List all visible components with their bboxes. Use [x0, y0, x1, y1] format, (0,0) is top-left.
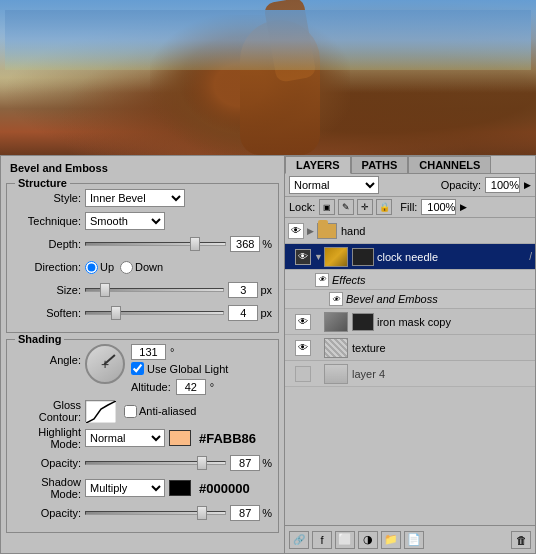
altitude-label: Altitude: — [131, 381, 171, 393]
soften-slider-track[interactable] — [85, 311, 224, 315]
layer-name-bevel-emboss: Bevel and Emboss — [346, 293, 532, 305]
size-input[interactable] — [228, 282, 258, 298]
fill-arrow[interactable]: ▶ — [460, 202, 467, 212]
blend-mode-select[interactable]: Normal Multiply Screen — [289, 176, 379, 194]
altitude-input[interactable] — [176, 379, 206, 395]
eye-effects[interactable]: 👁 — [315, 273, 329, 287]
layer-thumb-hand — [317, 223, 337, 239]
layer-thumb-iron-mask — [324, 312, 348, 332]
direction-up-label[interactable]: Up — [85, 261, 114, 274]
size-slider-thumb[interactable] — [100, 283, 110, 297]
direction-down-label[interactable]: Down — [120, 261, 163, 274]
eye-layer4[interactable] — [295, 366, 311, 382]
gloss-contour-label: Gloss Contour: — [13, 399, 81, 423]
eye-hand[interactable]: 👁 — [288, 223, 304, 239]
tab-channels[interactable]: CHANNELS — [408, 156, 491, 173]
anti-aliased-checkbox[interactable] — [124, 405, 137, 418]
size-label: Size: — [13, 284, 81, 296]
new-layer-btn[interactable]: 📄 — [404, 531, 424, 549]
direction-up-text: Up — [100, 261, 114, 273]
new-group-btn[interactable]: 📁 — [381, 531, 401, 549]
shadow-mode-dropdown[interactable]: Multiply Normal Screen — [85, 479, 165, 497]
highlight-opacity-unit: % — [262, 457, 272, 469]
shadow-opacity-thumb[interactable] — [197, 506, 207, 520]
lock-position-btn[interactable]: ✛ — [357, 199, 373, 215]
link-layers-btn[interactable]: 🔗 — [289, 531, 309, 549]
angle-dial[interactable] — [85, 344, 125, 384]
layer-item-hand[interactable]: 👁 ▶ hand — [285, 218, 535, 244]
opacity-arrow[interactable]: ▶ — [524, 180, 531, 190]
gloss-contour-svg — [86, 401, 116, 423]
angle-unit: ° — [170, 346, 174, 358]
size-unit: px — [260, 284, 272, 296]
layer-item-bevel-emboss[interactable]: 👁 Bevel and Emboss — [285, 290, 535, 309]
layer-name-hand: hand — [341, 225, 532, 237]
opacity-label: Opacity: — [441, 179, 481, 191]
layer-expand-hand[interactable]: ▶ — [307, 226, 317, 236]
tab-layers[interactable]: LAYERS — [285, 156, 351, 174]
eye-bevel-emboss[interactable]: 👁 — [329, 292, 343, 306]
layer-item-clock-needle[interactable]: 👁 ▼ clock needle / — [285, 244, 535, 270]
fill-input[interactable] — [421, 199, 456, 215]
layer-mask-iron-mask — [352, 313, 374, 331]
eye-iron-mask[interactable]: 👁 — [295, 314, 311, 330]
shadow-opacity-slider[interactable] — [85, 511, 226, 515]
layer-thumb-texture — [324, 338, 348, 358]
layer-name-layer4: layer 4 — [352, 368, 532, 380]
size-slider-track[interactable] — [85, 288, 224, 292]
tab-paths[interactable]: PATHS — [351, 156, 409, 173]
size-row: Size: px — [13, 280, 272, 300]
lock-label: Lock: — [289, 201, 315, 213]
anti-aliased-label[interactable]: Anti-aliased — [124, 405, 196, 418]
depth-row: Depth: % — [13, 234, 272, 254]
layer-item-texture[interactable]: 👁 texture — [285, 335, 535, 361]
lock-image-btn[interactable]: ✎ — [338, 199, 354, 215]
angle-input[interactable] — [131, 344, 166, 360]
add-mask-btn[interactable]: ⬜ — [335, 531, 355, 549]
altitude-unit: ° — [210, 381, 214, 393]
technique-dropdown[interactable]: Smooth Chisel Hard Chisel Soft — [85, 212, 165, 230]
tab-paths-label: PATHS — [362, 159, 398, 171]
style-dropdown[interactable]: Inner Bevel Outer Bevel Emboss Pillow Em… — [85, 189, 185, 207]
gloss-contour-row: Gloss Contour: Anti-aliased — [13, 399, 272, 423]
delete-layer-btn[interactable]: 🗑 — [511, 531, 531, 549]
direction-down-radio[interactable] — [120, 261, 133, 274]
svg-rect-0 — [86, 401, 116, 423]
gloss-contour-preview[interactable] — [85, 400, 115, 422]
layer-expand-clock-needle[interactable]: ▼ — [314, 252, 324, 262]
layers-list: 👁 ▶ hand 👁 ▼ clock needle / — [285, 218, 535, 525]
eye-texture[interactable]: 👁 — [295, 340, 311, 356]
add-style-btn[interactable]: f — [312, 531, 332, 549]
highlight-color-swatch[interactable] — [169, 430, 191, 446]
highlight-opacity-row: Opacity: % — [13, 453, 272, 473]
depth-slider-thumb[interactable] — [190, 237, 200, 251]
shadow-color-swatch[interactable] — [169, 480, 191, 496]
soften-slider-thumb[interactable] — [111, 306, 121, 320]
depth-input[interactable] — [230, 236, 260, 252]
panel-title: Bevel and Emboss — [6, 161, 279, 175]
global-light-checkbox[interactable] — [131, 362, 144, 375]
lock-transparency-btn[interactable]: ▣ — [319, 199, 335, 215]
lock-all-btn[interactable]: 🔒 — [376, 199, 392, 215]
layer-item-iron-mask[interactable]: 👁 iron mask copy — [285, 309, 535, 335]
layer-name-clock-needle: clock needle — [377, 251, 529, 263]
opacity-input[interactable] — [485, 177, 520, 193]
highlight-mode-row: Highlight Mode: Normal Multiply Screen #… — [13, 426, 272, 450]
depth-slider-track[interactable] — [85, 242, 226, 246]
blend-mode-row: Normal Multiply Screen Opacity: ▶ — [285, 174, 535, 197]
highlight-mode-dropdown[interactable]: Normal Multiply Screen — [85, 429, 165, 447]
new-adjustment-btn[interactable]: ◑ — [358, 531, 378, 549]
direction-up-radio[interactable] — [85, 261, 98, 274]
highlight-color-hex: #FABB86 — [199, 431, 256, 446]
layer-mask-clock-needle — [352, 248, 374, 266]
layers-panel: LAYERS PATHS CHANNELS Normal Multiply Sc… — [285, 155, 536, 554]
shadow-opacity-input[interactable] — [230, 505, 260, 521]
layers-tabs-row: LAYERS PATHS CHANNELS — [285, 156, 535, 174]
soften-input[interactable] — [228, 305, 258, 321]
layer-item-effects[interactable]: 👁 Effects — [285, 270, 535, 290]
highlight-opacity-input[interactable] — [230, 455, 260, 471]
highlight-opacity-slider[interactable] — [85, 461, 226, 465]
layer-item-layer4[interactable]: layer 4 — [285, 361, 535, 387]
highlight-opacity-thumb[interactable] — [197, 456, 207, 470]
eye-clock-needle[interactable]: 👁 — [295, 249, 311, 265]
